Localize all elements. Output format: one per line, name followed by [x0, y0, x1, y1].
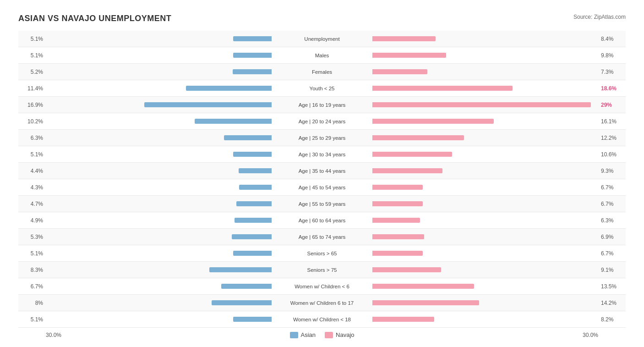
navajo-value: 8.4%: [598, 36, 626, 42]
table-row: 5.1% Unemployment 8.4%: [18, 31, 626, 47]
bars-area: Youth < 25: [46, 85, 598, 91]
legend-color-navajo: [325, 332, 333, 338]
navajo-bar-right: [372, 267, 598, 272]
row-label: Seniors > 65: [272, 251, 372, 256]
chart-footer: 30.0% Asian Navajo 30.0%: [18, 331, 626, 338]
row-label: Unemployment: [272, 36, 372, 42]
navajo-bar-right: [372, 69, 598, 74]
asian-bar-row: Age | 30 to 34 years: [46, 151, 598, 157]
asian-value: 4.7%: [18, 201, 46, 207]
asian-bar-row: Women w/ Children < 18: [46, 316, 598, 322]
table-row: 4.4% Age | 35 to 44 years 9.3%: [18, 163, 626, 179]
chart-container: ASIAN VS NAVAJO UNEMPLOYMENT Source: Zip…: [9, 9, 635, 347]
asian-bar-row: Age | 35 to 44 years: [46, 168, 598, 174]
row-label: Age | 55 to 59 years: [272, 201, 372, 207]
table-row: 5.3% Age | 65 to 74 years 6.9%: [18, 229, 626, 245]
table-row: 11.4% Youth < 25 18.6%: [18, 80, 626, 97]
table-row: 10.2% Age | 20 to 24 years 16.1%: [18, 113, 626, 130]
navajo-bar: [372, 267, 441, 272]
row-label: Age | 65 to 74 years: [272, 234, 372, 240]
legend: Asian Navajo: [290, 331, 355, 338]
asian-bar: [233, 317, 272, 322]
chart-source: Source: ZipAtlas.com: [573, 14, 626, 20]
asian-bar-row: Unemployment: [46, 36, 598, 42]
row-label: Age | 45 to 54 years: [272, 185, 372, 190]
asian-bar-left: [46, 201, 272, 206]
asian-bar-row: Age | 60 to 64 years: [46, 217, 598, 223]
asian-bar-left: [46, 36, 272, 41]
navajo-bar-right: [372, 119, 598, 124]
bars-area: Women w/ Children 6 to 17: [46, 300, 598, 306]
asian-value: 11.4%: [18, 85, 46, 92]
asian-bar-row: Age | 45 to 54 years: [46, 184, 598, 190]
asian-value: 10.2%: [18, 118, 46, 125]
navajo-bar-right: [372, 317, 598, 322]
bars-area: Age | 65 to 74 years: [46, 234, 598, 240]
row-label: Seniors > 75: [272, 267, 372, 273]
table-row: 5.1% Males 9.8%: [18, 47, 626, 64]
asian-value: 6.3%: [18, 135, 46, 141]
row-label: Age | 30 to 34 years: [272, 152, 372, 157]
asian-bar-row: Seniors > 65: [46, 250, 598, 256]
chart-body: 5.1% Unemployment 8.4% 5.1%: [18, 31, 626, 328]
legend-color-asian: [290, 332, 298, 338]
navajo-bar: [372, 251, 423, 256]
navajo-bar: [372, 119, 494, 124]
asian-bar-left: [46, 300, 272, 305]
table-row: 4.3% Age | 45 to 54 years 6.7%: [18, 179, 626, 196]
asian-bar: [212, 300, 272, 305]
asian-bar-left: [46, 185, 272, 190]
navajo-bar-right: [372, 152, 598, 157]
row-label: Age | 25 to 29 years: [272, 135, 372, 141]
asian-bar-left: [46, 135, 272, 140]
navajo-value: 6.9%: [598, 234, 626, 240]
bars-area: Age | 45 to 54 years: [46, 184, 598, 190]
bars-area: Age | 35 to 44 years: [46, 168, 598, 174]
asian-bar: [233, 152, 272, 157]
asian-bar: [195, 119, 272, 124]
asian-value: 5.3%: [18, 234, 46, 240]
legend-item-navajo: Navajo: [325, 331, 354, 338]
asian-value: 5.1%: [18, 151, 46, 158]
navajo-bar: [372, 102, 591, 107]
asian-value: 5.1%: [18, 52, 46, 59]
asian-bar-row: Seniors > 75: [46, 267, 598, 273]
asian-bar: [186, 86, 272, 91]
asian-bar: [239, 168, 272, 173]
asian-bar: [235, 218, 272, 223]
asian-bar-left: [46, 267, 272, 272]
navajo-bar-right: [372, 86, 598, 91]
asian-bar-left: [46, 234, 272, 239]
navajo-bar: [372, 36, 436, 41]
navajo-bar: [372, 218, 420, 223]
asian-value: 5.1%: [18, 250, 46, 257]
navajo-bar: [372, 284, 474, 289]
navajo-value: 6.7%: [598, 250, 626, 257]
asian-bar: [221, 284, 272, 289]
bars-area: Males: [46, 52, 598, 58]
asian-bar-left: [46, 86, 272, 91]
row-label: Age | 60 to 64 years: [272, 218, 372, 223]
navajo-value: 7.3%: [598, 69, 626, 75]
asian-bar: [233, 36, 272, 41]
navajo-bar-right: [372, 251, 598, 256]
table-row: 6.7% Women w/ Children < 6 13.5%: [18, 278, 626, 295]
navajo-bar: [372, 300, 479, 305]
row-label: Age | 20 to 24 years: [272, 119, 372, 124]
navajo-bar-right: [372, 102, 598, 107]
asian-bar-left: [46, 284, 272, 289]
table-row: 5.1% Women w/ Children < 18 8.2%: [18, 311, 626, 328]
asian-bar-row: Women w/ Children 6 to 17: [46, 300, 598, 306]
bars-area: Women w/ Children < 6: [46, 283, 598, 289]
navajo-bar-right: [372, 201, 598, 206]
navajo-bar: [372, 201, 423, 206]
navajo-bar-right: [372, 36, 598, 41]
table-row: 4.7% Age | 55 to 59 years 6.7%: [18, 196, 626, 212]
navajo-value: 6.3%: [598, 217, 626, 224]
navajo-bar: [372, 135, 464, 140]
legend-label-navajo: Navajo: [336, 331, 354, 338]
legend-label-asian: Asian: [301, 331, 316, 338]
asian-value: 6.7%: [18, 283, 46, 290]
asian-bar-left: [46, 102, 272, 107]
asian-bar-left: [46, 251, 272, 256]
